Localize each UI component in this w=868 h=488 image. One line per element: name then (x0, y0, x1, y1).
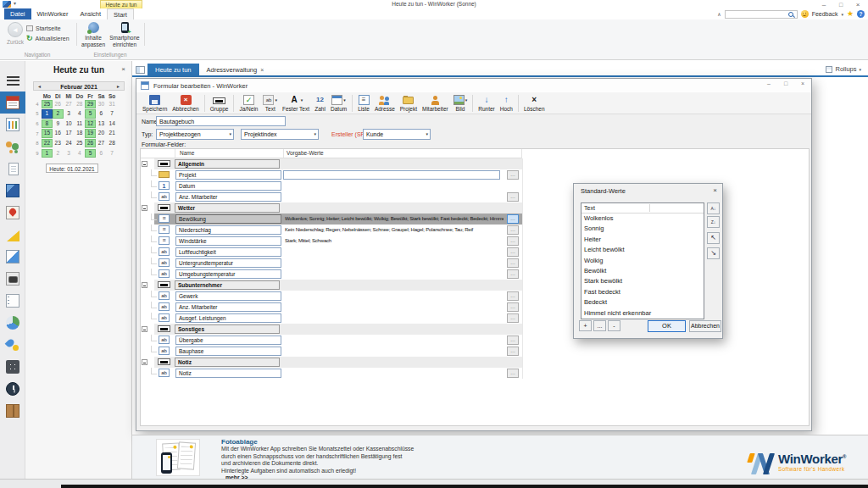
smartphone-setup-button[interactable]: Smartphone einrichten (108, 22, 141, 47)
value-item[interactable]: Heiter (581, 235, 704, 245)
sidebar-item-documents[interactable] (0, 158, 25, 180)
field-name-input[interactable]: Anz. Mitarbeiter (175, 192, 281, 202)
refresh-button[interactable]: Aktualisieren (26, 34, 70, 43)
calendar-day[interactable]: 28 (74, 100, 85, 109)
calendar-day[interactable]: 7 (107, 149, 118, 158)
field-name-input[interactable]: Gewerk (175, 291, 281, 301)
calendar-day[interactable]: 4 (74, 149, 85, 158)
calendar-day[interactable]: 26 (85, 139, 96, 148)
group-name-box[interactable]: Allgemein (175, 159, 280, 169)
dialog-titlebar[interactable]: Formular bearbeiten - WinWorker (136, 79, 811, 92)
table-row[interactable]: BewölkungWolkenlos; Sonnig; Heiter; Leic… (141, 214, 522, 225)
sort-ascending-button[interactable] (707, 202, 720, 214)
toolbar-button-runter[interactable]: Runter (476, 95, 498, 112)
field-name-input[interactable]: Windstärke (175, 236, 281, 246)
ersteller-select[interactable]: Kunde (363, 129, 431, 140)
toolbar-button-zahl[interactable]: Zahl (312, 95, 328, 112)
value-item[interactable]: Himmel nicht erkennbar (581, 308, 704, 319)
calendar-day[interactable]: 15 (42, 129, 53, 138)
calendar-day[interactable]: 3 (64, 149, 75, 158)
calendar-day[interactable]: 5 (85, 149, 96, 158)
values-dialog-close-icon[interactable] (713, 186, 717, 194)
calendar-day[interactable]: 6 (96, 149, 107, 158)
group-name-box[interactable]: Subunternehmer (175, 280, 280, 290)
toolbar-button-speichern[interactable]: Speichern (140, 95, 170, 112)
sidebar-item-planning[interactable] (0, 114, 25, 136)
calendar-day[interactable]: 1 (42, 149, 53, 158)
toolbar-button-text[interactable]: Text (260, 95, 280, 112)
table-row[interactable]: Ausgef. Leistungen (141, 313, 522, 324)
more-button[interactable] (507, 236, 519, 246)
group-name-box[interactable]: Notiz (175, 358, 280, 367)
group-name-box[interactable]: Sonstiges (175, 324, 280, 334)
toolbar-button-ja-nein[interactable]: Ja/Nein (236, 95, 260, 112)
table-row[interactable]: Projekt (141, 169, 522, 180)
values-list[interactable]: TextWolkenlosSonnigHeiterLeicht bewölktW… (581, 202, 704, 319)
value-item[interactable]: Bedeckt (581, 297, 704, 308)
ribbon-tab-start[interactable]: Start (107, 8, 134, 19)
table-row[interactable]: Datum (141, 180, 522, 191)
calendar-day[interactable]: 11 (74, 119, 85, 129)
edit-value-button[interactable]: ... (593, 320, 606, 331)
add-value-button[interactable]: + (579, 320, 592, 331)
toolbar-button-hoch[interactable]: Hoch (498, 95, 515, 112)
calendar-day[interactable]: 24 (64, 139, 75, 148)
calendar-day[interactable]: 4 (74, 109, 85, 119)
calendar-day[interactable]: 6 (96, 109, 107, 119)
sort-descending-button[interactable] (707, 216, 720, 228)
ribbon-tab-ansicht[interactable]: Ansicht (74, 8, 107, 19)
qat-dropdown-icon[interactable] (14, 0, 16, 6)
collapse-icon[interactable] (142, 161, 147, 167)
calendar-day[interactable]: 7 (107, 109, 118, 119)
toolbar-button-fester-text[interactable]: Fester Text (280, 95, 312, 112)
calendar-day[interactable]: 31 (107, 100, 118, 109)
close-tab-icon[interactable] (260, 67, 264, 73)
more-button[interactable] (507, 214, 519, 224)
table-row[interactable]: Anz. Mitarbeiter (141, 302, 522, 313)
calendar-day[interactable]: 9 (53, 119, 64, 129)
sidebar-item-calculation[interactable] (0, 224, 25, 246)
today-button[interactable]: Heute: 01.02.2021 (46, 164, 98, 173)
sidebar-item-statistics[interactable] (0, 312, 25, 334)
calendar-day[interactable]: 30 (96, 100, 107, 109)
collapse-icon[interactable] (142, 205, 147, 211)
prev-month-button[interactable] (37, 82, 42, 92)
more-button[interactable] (507, 347, 519, 356)
value-item[interactable]: Bewölkt (581, 266, 704, 276)
calendar-day[interactable]: 18 (74, 129, 85, 138)
collapse-icon[interactable] (142, 282, 147, 288)
field-name-input[interactable]: Notiz (175, 369, 281, 378)
sidebar-item-communication[interactable] (0, 334, 25, 356)
calendar-day[interactable]: 3 (64, 109, 75, 119)
calendar-day[interactable]: 22 (42, 139, 53, 148)
calendar-day[interactable]: 26 (53, 100, 64, 109)
more-button[interactable] (507, 225, 519, 235)
calendar-day[interactable]: 8 (42, 119, 53, 129)
sidebar-item-calculator[interactable] (0, 356, 25, 378)
calendar-day[interactable]: 13 (96, 119, 107, 129)
calendar-day[interactable]: 29 (85, 100, 96, 109)
ribbon-tab-winworker[interactable]: WinWorker (31, 8, 75, 19)
field-name-input[interactable]: Bauphase (175, 347, 281, 356)
feedback-button[interactable]: Feedback (812, 11, 838, 17)
more-button[interactable] (507, 258, 519, 268)
sidebar-item-time-tracking[interactable] (0, 378, 25, 400)
adjust-content-button[interactable]: Inhalte anpassen (80, 22, 107, 47)
calendar-day[interactable]: 2 (53, 149, 64, 158)
field-name-input[interactable]: Niederschlag (175, 225, 281, 235)
more-button[interactable] (507, 302, 519, 312)
toolbar-button-l-schen[interactable]: Löschen (521, 95, 548, 112)
calendar-day[interactable]: 28 (107, 139, 118, 148)
document-tab-heute-zu-tun[interactable]: Heute zu tun (147, 64, 199, 75)
sidebar-item-map[interactable] (0, 202, 25, 224)
ribbon-tab-datei[interactable]: Datei (4, 8, 31, 19)
field-name-input[interactable]: Bewölkung (175, 214, 281, 224)
toolbar-button-adresse[interactable]: Adresse (372, 95, 398, 112)
field-name-input[interactable]: Luftfeuchtigkeit (175, 247, 281, 257)
collapse-ribbon-icon[interactable] (717, 11, 721, 17)
table-row[interactable]: NiederschlagKein Niederschlag; Regen; Ne… (141, 225, 522, 236)
field-name-input[interactable]: Übergabe (175, 336, 281, 345)
default-values-input[interactable] (283, 170, 500, 180)
table-row[interactable]: WindstärkeStark; Mittel; Schwach (141, 236, 522, 247)
table-row[interactable]: Gewerk (141, 291, 522, 302)
